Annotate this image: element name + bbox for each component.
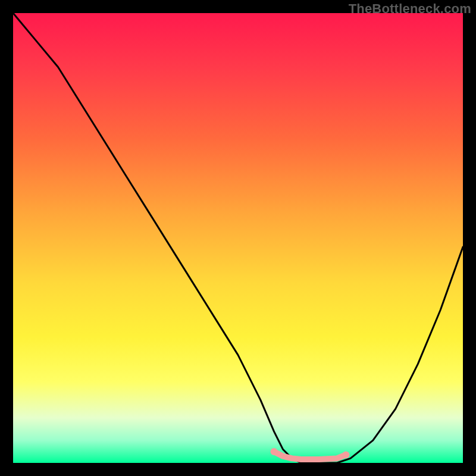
highlight-endpoint <box>342 451 349 458</box>
chart-svg <box>13 13 463 463</box>
highlight-endpoint <box>271 448 278 455</box>
optimal-range-highlight <box>274 452 346 459</box>
chart-frame: TheBottleneck.com <box>0 0 476 476</box>
bottleneck-curve <box>13 13 463 463</box>
watermark-text: TheBottleneck.com <box>349 1 471 17</box>
